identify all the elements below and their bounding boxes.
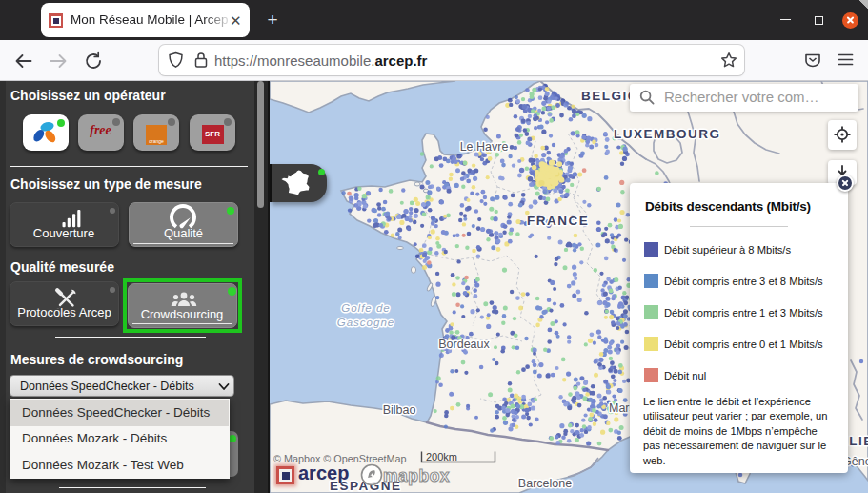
svg-text:Bordeaux: Bordeaux	[438, 338, 490, 351]
svg-text:Barcelone: Barcelone	[518, 477, 572, 490]
svg-text:200km: 200km	[426, 451, 457, 462]
svg-text:Le Havre: Le Havre	[460, 140, 509, 154]
svg-text:Gascogne: Gascogne	[337, 317, 394, 328]
svg-text:Golfe de: Golfe de	[341, 302, 390, 314]
svg-text:Bilbao: Bilbao	[383, 403, 416, 417]
svg-text:LUXEMBOURG: LUXEMBOURG	[614, 127, 721, 141]
svg-text:FRANCE: FRANCE	[527, 214, 589, 228]
svg-text:mapbox: mapbox	[383, 466, 450, 485]
